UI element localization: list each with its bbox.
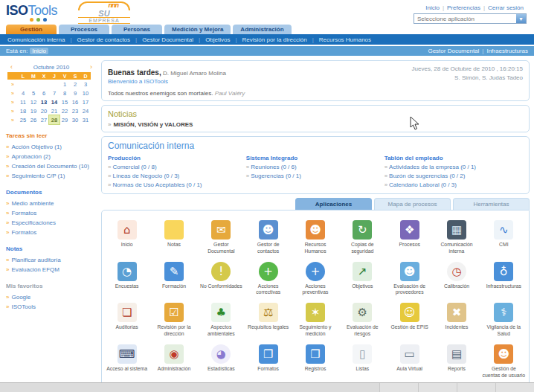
sidebar-link[interactable]: Evaluación EFQM (11, 266, 59, 273)
calendar-week-marker[interactable]: » (7, 106, 18, 115)
app-vigilancia-de-la-salud[interactable]: ⚕Vigilancia de la Salud (480, 299, 527, 341)
news-item[interactable]: »MISIÓN, VISIÓN y VALORES (108, 121, 523, 128)
calendar-day[interactable]: 26 (28, 115, 39, 124)
calendar-day[interactable]: 1 (59, 80, 70, 89)
app-calibración[interactable]: ◷Calibración (433, 258, 480, 300)
app-requisitos-legales[interactable]: ⚖Requisitos legales (245, 299, 292, 341)
app-formación[interactable]: ✎Formación (150, 258, 197, 300)
top-link-inicio[interactable]: Inicio (425, 4, 440, 11)
calendar-day[interactable]: 25 (18, 115, 28, 124)
app-aula-virtual[interactable]: ▭Aula Virtual (386, 341, 433, 382)
app-recursos-humanos[interactable]: ☻Recursos Humanos (292, 216, 338, 258)
app-estadísticas[interactable]: ◕Estadísticas (198, 341, 245, 382)
welcome-link[interactable]: Bienvenido a ISOTools (108, 78, 245, 85)
calendar-day[interactable]: 16 (70, 97, 80, 106)
app-gestor-de-contactos[interactable]: ☻Gestor de contactos (245, 216, 292, 258)
calendar-day[interactable]: 7 (49, 89, 59, 97)
calendar-day[interactable]: 22 (59, 106, 70, 115)
calendar-day[interactable]: 8 (59, 89, 70, 97)
subnav-gestor-documental[interactable]: Gestor Documental (142, 36, 193, 43)
comunicacion-link[interactable]: Sugerencias (0 / 1) (251, 173, 301, 179)
app-procesos[interactable]: ❖Procesos (386, 216, 433, 258)
sidebar-link[interactable]: Formatos (11, 210, 36, 216)
tab-aplicaciones[interactable]: Aplicaciones (295, 198, 372, 210)
app-notas[interactable]: Notas (150, 216, 197, 258)
tab-procesos[interactable]: Procesos (59, 25, 109, 34)
top-link-cerrar-sesión[interactable]: Cerrar sesión (488, 4, 524, 11)
subnav-revisión-por-la-dirección[interactable]: Revisión por la dirección (242, 36, 307, 43)
tab-herramientas[interactable]: Herramientas (453, 198, 530, 210)
app-formatos[interactable]: ❒Formatos (245, 341, 292, 382)
breadcrumb-link-gestor-documental[interactable]: Gestor Documental (428, 48, 479, 54)
breadcrumb-link-infraestructuras[interactable]: Infraestructuras (486, 48, 528, 54)
calendar-day[interactable]: 17 (80, 97, 91, 106)
calendar-day[interactable]: 30 (70, 115, 80, 124)
calendar-day[interactable]: 4 (18, 89, 28, 97)
app-revisión-por-la-dirección[interactable]: ☑Revisión por la dirección (150, 299, 197, 341)
app-evaluación-de-proveedores[interactable]: ☻Evaluación de proveedores (386, 258, 433, 300)
sidebar-link[interactable]: Especificaciones (11, 219, 56, 226)
app-gestor-documental[interactable]: ✉Gestor Documental (198, 216, 245, 258)
subnav-gestor-de-contactos[interactable]: Gestor de contactos (77, 36, 130, 43)
calendar-day[interactable]: 18 (18, 106, 28, 115)
sidebar-link[interactable]: Creación del Documento (10) (11, 163, 89, 170)
calendar-day[interactable]: 14 (49, 97, 59, 106)
tab-administración[interactable]: Administración (233, 25, 291, 34)
calendar-day[interactable]: 9 (70, 89, 80, 97)
app-copias-de-seguridad[interactable]: ↻Copias de seguridad (339, 216, 386, 258)
calendar-day[interactable]: 13 (39, 97, 49, 106)
sidebar-link[interactable]: Acción Objetivo (1) (11, 144, 62, 150)
calendar-day[interactable]: 23 (70, 106, 80, 115)
app-objetivos[interactable]: ↗Objetivos (339, 258, 386, 300)
calendar-day[interactable]: 21 (49, 106, 59, 115)
calendar-day[interactable]: 19 (28, 106, 39, 115)
calendar-day[interactable]: 15 (59, 97, 70, 106)
app-aspectos-ambientales[interactable]: ♣Aspectos ambientales (198, 299, 245, 341)
app-acceso-al-sistema[interactable]: ⌨Acceso al sistema (103, 341, 150, 382)
calendar-week-marker[interactable]: » (7, 89, 18, 97)
calendar-day[interactable]: 2 (70, 80, 80, 89)
comunicacion-link[interactable]: Normas de Uso Aceptables (0 / 1) (112, 181, 202, 188)
app-auditorias[interactable]: ❏Auditorias (103, 299, 150, 341)
sidebar-link[interactable]: Planificar auditoría (11, 257, 60, 263)
calendar-day[interactable]: 3 (80, 80, 91, 89)
subnav-recursos-humanos[interactable]: Recursos Humanos (319, 36, 371, 43)
comunicacion-link[interactable]: Comercial (0 / 8) (112, 164, 156, 170)
comunicacion-link[interactable]: Actividades de la empresa (0 / 1) (389, 164, 476, 170)
tab-medición-y-mejora[interactable]: Medición y Mejora (164, 25, 231, 34)
comunicacion-link[interactable]: Calendario Laboral (0 / 3) (389, 181, 457, 188)
top-link-preferencias[interactable]: Preferencias (447, 4, 480, 11)
application-select[interactable]: Seleccione aplicación ▼ (414, 13, 527, 24)
sidebar-link[interactable]: Seguimiento C/P (1) (11, 173, 65, 179)
subnav-comunicación-interna[interactable]: Comunicación interna (7, 36, 65, 43)
app-seguimiento-y-medición[interactable]: ✶Seguimiento y medición (292, 299, 338, 341)
app-acciones-correctivas[interactable]: +Acciones correctivas (245, 258, 292, 300)
calendar-day[interactable]: 10 (80, 89, 91, 97)
app-listas[interactable]: ▯Listas (339, 341, 386, 382)
chevron-down-icon[interactable]: ▼ (516, 14, 526, 23)
tab-mapa-de-procesos[interactable]: Mapa de procesos (374, 198, 451, 210)
tab-personas[interactable]: Personas (112, 25, 162, 34)
comunicacion-link[interactable]: Reuniones (0 / 6) (251, 164, 296, 170)
app-comunicación-interna[interactable]: ▦Comunicación interna (433, 216, 480, 258)
sidebar-link[interactable]: Formatos (11, 229, 36, 236)
app-reports[interactable]: ▤Reports (433, 341, 480, 382)
tab-gestión[interactable]: Gestión (6, 25, 57, 34)
sidebar-link[interactable]: Aprobación (2) (11, 153, 50, 160)
app-inicio[interactable]: ⌂Inicio (103, 216, 150, 258)
subnav-objetivos[interactable]: Objetivos (205, 36, 230, 43)
calendar-week-marker[interactable]: » (7, 115, 18, 124)
calendar-day[interactable]: 27 (39, 115, 49, 124)
app-incidentes[interactable]: ✖Incidentes (433, 299, 480, 341)
app-gestión-de-epis[interactable]: ☺Gestión de EPIS (386, 299, 433, 341)
calendar-day[interactable]: 12 (28, 97, 39, 106)
calendar-day[interactable]: 11 (18, 97, 28, 106)
breadcrumb-current[interactable]: Inicio (30, 48, 48, 54)
calendar-week-marker[interactable]: » (7, 80, 18, 89)
app-infraestructuras[interactable]: ♁Infraestructuras (480, 258, 527, 300)
sidebar-link[interactable]: Google (11, 294, 30, 301)
app-no-conformidades[interactable]: !No Conformidades (198, 258, 245, 300)
calendar-prev-icon[interactable]: ‹ (10, 63, 13, 71)
app-gestión-de-cuentas-de-usuario[interactable]: ☻Gestión de cuentas de usuario (480, 341, 527, 382)
app-encuestas[interactable]: ◔Encuestas (103, 258, 150, 300)
